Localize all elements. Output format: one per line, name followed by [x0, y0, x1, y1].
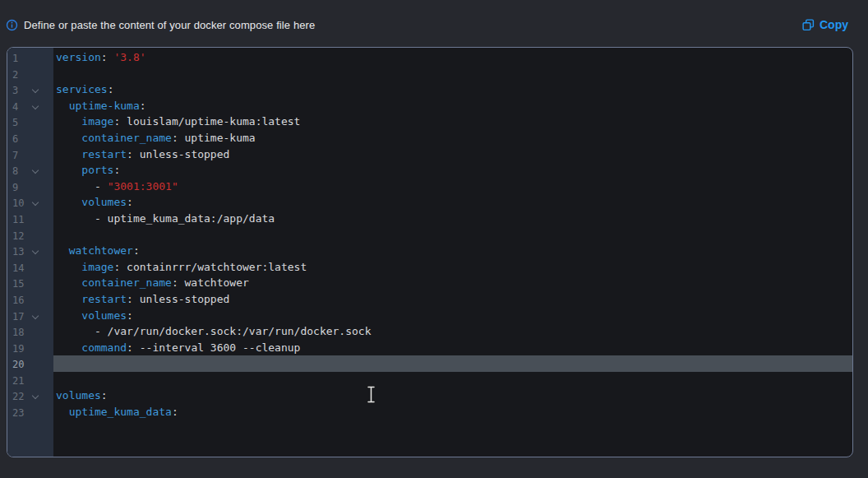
gutter-row: 12 — [7, 227, 53, 244]
token-key: uptime-kuma — [69, 100, 140, 112]
code-line-8[interactable]: ports: — [53, 162, 852, 179]
gutter-row: 7 — [7, 146, 53, 163]
token-plain: : containrrr/watchtower:latest — [113, 261, 307, 273]
copy-button[interactable]: Copy — [802, 18, 848, 31]
code-line-20[interactable] — [53, 355, 852, 372]
code-line-18[interactable]: - /var/run/docker.sock:/var/run/docker.s… — [53, 323, 852, 340]
token-plain — [56, 148, 81, 160]
gutter-row: 6 — [7, 130, 53, 146]
token-plain — [56, 132, 81, 144]
token-plain: : — [113, 164, 120, 176]
fold-chevron-down-icon[interactable] — [32, 392, 39, 399]
token-key: version — [56, 51, 101, 63]
token-key: container_name — [81, 276, 172, 289]
code-line-4[interactable]: uptime-kuma: — [53, 98, 852, 114]
code-line-6[interactable]: container_name: uptime-kuma — [53, 130, 852, 146]
code-line-23[interactable]: uptime_kuma_data: — [53, 404, 852, 420]
fold-chevron-down-icon[interactable] — [32, 103, 39, 109]
fold-chevron-down-icon[interactable] — [32, 86, 39, 93]
gutter-row: 9 — [7, 179, 53, 195]
gutter-row: 2 — [7, 66, 53, 82]
token-string: "3001:3001" — [108, 180, 178, 193]
token-plain: : — [127, 196, 133, 208]
code-line-13[interactable]: watchtower: — [53, 243, 852, 259]
header-label: Define or paste the content of your dock… — [24, 19, 315, 31]
token-plain: : unless-stopped — [127, 148, 229, 160]
gutter-row: 16 — [7, 291, 53, 308]
token-plain: : unless-stopped — [127, 293, 229, 305]
token-plain — [56, 100, 69, 112]
token-plain: : — [108, 83, 114, 95]
gutter-row: 19 — [7, 340, 53, 356]
editor-code[interactable]: version: '3.8'services: uptime-kuma: ima… — [53, 48, 852, 457]
info-circle-icon — [6, 19, 18, 31]
gutter-row: 18 — [7, 323, 53, 340]
gutter-row: 22 — [7, 388, 53, 404]
token-key: restart — [81, 148, 127, 160]
gutter-row: 15 — [7, 275, 53, 291]
token-string: '3.8' — [113, 51, 145, 63]
token-plain — [56, 164, 81, 176]
token-key: ports — [81, 164, 113, 176]
gutter-row: 13 — [7, 243, 53, 259]
header-left: Define or paste the content of your dock… — [6, 19, 315, 31]
code-line-15[interactable]: container_name: watchtower — [53, 275, 852, 291]
gutter-row: 20 — [7, 355, 53, 372]
code-line-16[interactable]: restart: unless-stopped — [53, 291, 852, 308]
code-line-5[interactable]: image: louislam/uptime-kuma:latest — [53, 114, 852, 130]
token-key: container_name — [81, 132, 172, 144]
token-key: command — [81, 341, 127, 354]
gutter-row: 10 — [7, 194, 53, 211]
token-key: volumes — [81, 309, 127, 322]
token-plain: : — [101, 51, 114, 63]
code-line-17[interactable]: volumes: — [53, 308, 852, 324]
gutter-row: 17 — [7, 308, 53, 324]
token-plain: : watchtower — [172, 276, 249, 289]
fold-chevron-down-icon[interactable] — [32, 248, 39, 254]
code-line-22[interactable]: volumes: — [53, 388, 852, 404]
token-plain: : louislam/uptime-kuma:latest — [113, 115, 300, 128]
editor-gutter: 1234567891011121314151617181920212223 — [7, 48, 53, 457]
gutter-row: 1 — [7, 49, 53, 66]
code-line-9[interactable]: - "3001:3001" — [53, 179, 852, 195]
token-plain — [56, 293, 81, 305]
token-plain: - /var/run/docker.sock:/var/run/docker.s… — [56, 325, 372, 337]
line-number: 23 — [7, 406, 24, 422]
token-plain — [56, 276, 81, 289]
token-plain — [56, 261, 81, 273]
gutter-row: 21 — [7, 372, 53, 388]
code-line-10[interactable]: volumes: — [53, 194, 852, 211]
gutter-row: 5 — [7, 114, 53, 130]
header-bar: Define or paste the content of your dock… — [6, 16, 848, 33]
token-plain: : — [101, 389, 108, 401]
fold-chevron-down-icon[interactable] — [32, 199, 39, 206]
gutter-row: 14 — [7, 259, 53, 276]
token-plain — [56, 115, 81, 128]
gutter-row: 4 — [7, 98, 53, 114]
code-line-21[interactable] — [53, 372, 852, 388]
code-line-2[interactable] — [53, 66, 852, 82]
code-line-14[interactable]: image: containrrr/watchtower:latest — [53, 259, 852, 276]
token-key: uptime_kuma_data — [69, 406, 172, 418]
token-key: volumes — [56, 389, 101, 401]
code-line-12[interactable] — [53, 227, 852, 244]
token-key: watchtower — [69, 244, 133, 257]
token-plain: - — [56, 180, 108, 193]
token-plain: : — [127, 309, 133, 322]
token-plain — [56, 196, 81, 208]
code-line-1[interactable]: version: '3.8' — [53, 49, 852, 66]
fold-chevron-down-icon[interactable] — [32, 167, 39, 174]
fold-chevron-down-icon[interactable] — [32, 312, 39, 318]
token-key: restart — [81, 293, 127, 305]
copy-icon — [802, 19, 815, 31]
token-plain — [56, 406, 69, 418]
code-line-19[interactable]: command: --interval 3600 --cleanup — [53, 340, 852, 356]
code-line-3[interactable]: services: — [53, 81, 852, 98]
code-line-11[interactable]: - uptime_kuma_data:/app/data — [53, 211, 852, 227]
code-editor[interactable]: 1234567891011121314151617181920212223 ve… — [7, 47, 853, 457]
token-key: image — [81, 261, 113, 273]
token-key: services — [56, 83, 108, 95]
gutter-row: 3 — [7, 81, 53, 98]
gutter-row: 11 — [7, 211, 53, 227]
code-line-7[interactable]: restart: unless-stopped — [53, 146, 852, 163]
